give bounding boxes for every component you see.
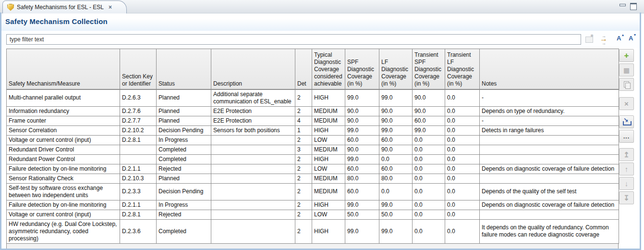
table-cell[interactable]: 0.0 xyxy=(445,219,480,243)
table-cell[interactable] xyxy=(480,154,619,164)
table-cell[interactable]: Failure detection by on-line monitoring xyxy=(7,200,120,210)
table-cell[interactable]: Completed xyxy=(157,145,211,154)
table-cell[interactable]: 99.0 xyxy=(379,89,413,107)
table-cell[interactable]: 0.0 xyxy=(445,210,480,219)
table-cell[interactable]: 99.0 xyxy=(379,219,413,243)
table-cell[interactable]: 60.0 xyxy=(379,164,413,174)
table-cell[interactable]: D.2.3.3 xyxy=(120,183,157,200)
col-header-description[interactable]: Description xyxy=(211,49,295,89)
table-cell[interactable]: LOW xyxy=(312,210,345,219)
table-row[interactable]: Sensor CorrelationD.2.10.2Decision Pendi… xyxy=(7,125,619,135)
font-decrease-button[interactable]: A▼ xyxy=(629,35,636,42)
table-cell[interactable]: 2 xyxy=(295,200,312,210)
table-cell[interactable]: D.2.3.6 xyxy=(120,219,157,243)
table-cell[interactable]: 90.0 xyxy=(345,116,379,125)
table-cell[interactable]: 90.0 xyxy=(413,106,445,116)
table-cell[interactable]: 0.0 xyxy=(413,135,445,145)
col-header-notes[interactable]: Notes xyxy=(480,49,619,89)
table-row[interactable]: Multi-channel parallel outputD.2.6.3Plan… xyxy=(7,89,619,107)
tab-safety-mechanisms[interactable]: Safety Mechanisms for ESL - ESL × xyxy=(2,0,127,13)
table-cell[interactable]: 0.0 xyxy=(413,219,445,243)
table-cell[interactable]: 60.0 xyxy=(379,135,413,145)
table-cell[interactable]: 2 xyxy=(295,219,312,243)
table-cell[interactable]: 2 xyxy=(295,164,312,174)
table-cell[interactable]: Sensors for both positions xyxy=(211,125,295,135)
table-cell[interactable]: D.2.6.3 xyxy=(120,89,157,107)
table-cell[interactable]: D.2.7.6 xyxy=(120,106,157,116)
table-cell[interactable] xyxy=(120,145,157,154)
table-cell[interactable]: 99.0 xyxy=(345,200,379,210)
table-cell[interactable]: MEDIUM xyxy=(312,174,345,183)
table-cell[interactable]: 4 xyxy=(295,116,312,125)
table-cell[interactable]: D.2.1.1 xyxy=(120,164,157,174)
maximize-button[interactable] xyxy=(629,2,637,9)
table-cell[interactable]: 99.0 xyxy=(379,125,413,135)
move-to-bottom-button[interactable]: ↧ xyxy=(619,191,634,204)
table-cell[interactable]: 0.0 xyxy=(413,145,445,154)
table-cell[interactable]: Multi-channel parallel output xyxy=(7,89,120,107)
table-cell[interactable]: 2 xyxy=(295,154,312,164)
table-cell[interactable] xyxy=(211,135,295,145)
table-cell[interactable]: HIGH xyxy=(312,89,345,107)
table-cell[interactable]: 0.0 xyxy=(413,154,445,164)
table-cell[interactable]: Rejected xyxy=(157,210,211,219)
table-cell[interactable] xyxy=(211,174,295,183)
table-cell[interactable]: 1 xyxy=(295,125,312,135)
table-cell[interactable]: 0.0 xyxy=(413,174,445,183)
move-to-top-button[interactable]: ↥ xyxy=(619,148,634,161)
table-cell[interactable]: Planned xyxy=(157,174,211,183)
table-cell[interactable]: 99.0 xyxy=(379,200,413,210)
more-options-button[interactable]: ... xyxy=(619,130,634,143)
minimize-button[interactable] xyxy=(619,2,626,9)
table-row[interactable]: Voltage or current control (input)D.2.8.… xyxy=(7,135,619,145)
table-cell[interactable] xyxy=(211,219,295,243)
table-cell[interactable]: Self-test by software cross exchange bet… xyxy=(7,183,120,200)
col-header-mechanism[interactable]: Safety Mechanism/Measure xyxy=(7,49,120,89)
table-cell[interactable]: 0.0 xyxy=(445,106,480,116)
table-cell[interactable]: Completed xyxy=(157,219,211,243)
filter-advanced-icon[interactable]: → xyxy=(600,35,610,44)
table-cell[interactable]: Additional separate communication of ESL… xyxy=(211,89,295,107)
table-cell[interactable]: 0.0 xyxy=(445,125,480,135)
font-increase-button[interactable]: A▲ xyxy=(617,35,624,42)
table-row[interactable]: Voltage or current control (input)D.2.8.… xyxy=(7,210,619,219)
table-cell[interactable]: Redundant Power Control xyxy=(7,154,120,164)
col-header-transient-lf-dc[interactable]: Transient LF Diagnostic Coverage (in %) xyxy=(445,49,480,89)
table-cell[interactable]: Sensor Rationality Check xyxy=(7,174,120,183)
table-row[interactable]: HW redundancy (e.g. Dual Core Lockstep, … xyxy=(7,219,619,243)
table-cell[interactable]: E2E Protection xyxy=(211,116,295,125)
table-cell[interactable]: 99.0 xyxy=(345,219,379,243)
copy-button[interactable] xyxy=(619,78,634,91)
table-row[interactable]: Frame counterD.2.7.7PlannedE2E Protectio… xyxy=(7,116,619,125)
table-cell[interactable]: D.2.8.1 xyxy=(120,135,157,145)
table-cell[interactable]: 90.0 xyxy=(413,89,445,107)
table-cell[interactable]: 2 xyxy=(295,174,312,183)
table-cell[interactable]: Voltage or current control (input) xyxy=(7,135,120,145)
table-cell[interactable]: 90.0 xyxy=(345,106,379,116)
table-cell[interactable]: 80.0 xyxy=(379,174,413,183)
delete-button[interactable]: × xyxy=(619,97,634,110)
table-cell[interactable] xyxy=(480,174,619,183)
table-cell[interactable]: 0.0 xyxy=(445,164,480,174)
table-row[interactable]: Failure detection by on-line monitoringD… xyxy=(7,200,619,210)
table-cell[interactable] xyxy=(211,164,295,174)
table-cell[interactable]: 2 xyxy=(295,183,312,200)
table-cell[interactable]: Planned xyxy=(157,106,211,116)
table-cell[interactable]: 90.0 xyxy=(379,116,413,125)
table-cell[interactable]: Redundant Driver Control xyxy=(7,145,120,154)
table-cell[interactable]: 0.0 xyxy=(445,154,480,164)
table-cell[interactable]: 60.0 xyxy=(345,183,379,200)
table-cell[interactable]: 0.0 xyxy=(445,145,480,154)
table-cell[interactable]: Rejected xyxy=(157,164,211,174)
col-header-status[interactable]: Status xyxy=(157,49,211,89)
table-cell[interactable]: 0.0 xyxy=(413,183,445,200)
table-cell[interactable]: Decision Pending xyxy=(157,183,211,200)
tab-close-icon[interactable]: × xyxy=(109,4,112,11)
table-row[interactable]: Redundant Driver ControlCompleted3MEDIUM… xyxy=(7,145,619,154)
table-cell[interactable]: 2 xyxy=(295,106,312,116)
table-cell[interactable]: D.2.7.7 xyxy=(120,116,157,125)
table-cell[interactable]: 0.0 xyxy=(445,174,480,183)
table-cell[interactable]: 0.0 xyxy=(379,154,413,164)
table-cell[interactable]: Planned xyxy=(157,116,211,125)
table-cell[interactable]: E2E Protection xyxy=(211,106,295,116)
